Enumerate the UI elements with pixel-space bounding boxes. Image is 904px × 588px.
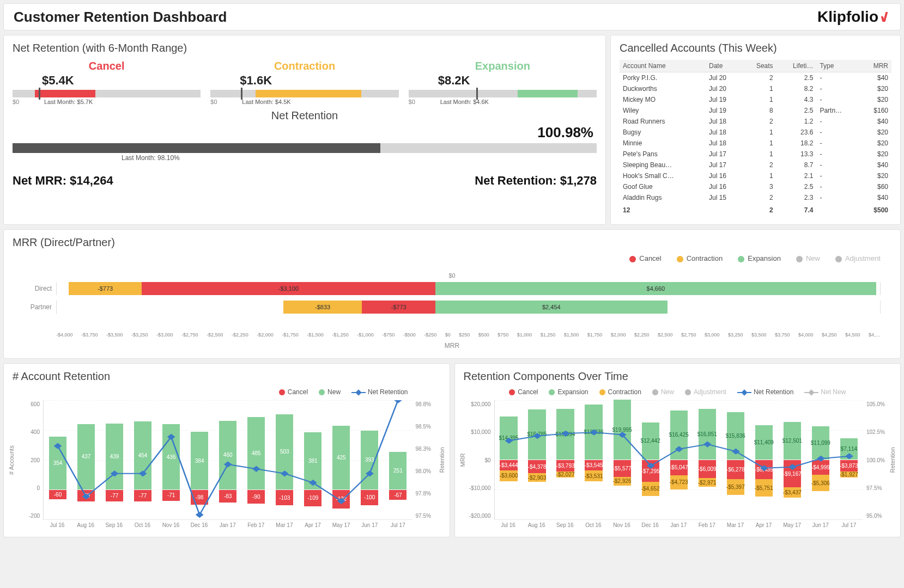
net-retention-subtitle: Net Retention	[13, 109, 597, 122]
bar-group: $15,836-$6,278-$5,397	[723, 400, 748, 519]
bar-group: 393-100	[357, 400, 382, 519]
bar-group: 384-98	[187, 400, 212, 519]
col-header[interactable]: Lifeti…	[776, 60, 817, 72]
bar-group: $19,995-$5,577-$2,926	[610, 400, 635, 519]
klipfolio-tick-icon	[881, 12, 890, 22]
table-row[interactable]: Goof GlueJul 163 2.5- $60	[620, 181, 891, 192]
bar-group: 381-109	[300, 400, 325, 519]
table-row[interactable]: Sleeping Beau…Jul 172 8.7- $40	[620, 160, 891, 170]
bar-group: 503-103	[272, 400, 297, 519]
bullet-last: Last Month: $4.6K	[440, 99, 597, 105]
bar-group: $18,336-$3,545-$3,531	[581, 400, 606, 519]
bullet-value: $1.6K	[240, 74, 398, 88]
panel-title: Net Retention (with 6-Month Range)	[13, 42, 597, 54]
bullet-last: Last Month: $4.5K	[242, 99, 398, 105]
legend-item[interactable]: Net Retention	[737, 388, 793, 396]
bar-group: $12,442-$7,295-$4,652	[638, 400, 663, 519]
table-row[interactable]: Aladdin RugsJul 152 2.3- $40	[620, 192, 891, 203]
bullet-bar	[210, 90, 398, 97]
bar-group: $16,851-$6,009-$2,971	[695, 400, 720, 519]
col-header[interactable]: Account Name	[620, 60, 706, 72]
net-retention-value: 100.98%	[13, 124, 593, 141]
mrr-segment: $2,454	[435, 301, 668, 314]
table-row[interactable]: BugsyJul 181 23.6- $20	[620, 127, 891, 138]
panel-title: Cancelled Accounts (This Week)	[620, 42, 891, 54]
legend-item[interactable]: Cancel	[629, 254, 661, 262]
legend-item[interactable]: Expansion	[549, 388, 588, 396]
col-header[interactable]: MRR	[859, 60, 891, 72]
header: Customer Retention Dashboard Klipfolio	[3, 3, 901, 30]
legend-item[interactable]: Cancel	[279, 388, 308, 396]
bar-group: 425-122	[329, 400, 354, 519]
mrr-direct-partner-panel: MRR (Direct/Partner) CancelContractionEx…	[3, 229, 901, 359]
panel-title: MRR (Direct/Partner)	[13, 236, 891, 249]
mrr-segment: -$3,100	[142, 282, 435, 295]
account-retention-panel: # Account Retention CancelNewNet Retenti…	[3, 363, 450, 537]
bullet-title: Expansion	[409, 60, 597, 72]
legend-item[interactable]: Contraction	[599, 388, 641, 396]
klipfolio-logo: Klipfolio	[817, 8, 890, 26]
legend-item[interactable]: Net Retention	[351, 388, 408, 396]
table-row[interactable]: Mickey MOJul 191 4.3- $20	[620, 94, 891, 105]
bar-group: 251-67	[385, 400, 410, 519]
legend-item[interactable]: New	[652, 388, 674, 396]
mrr-segment: $4,660	[435, 282, 876, 295]
retention-components-chart: MRR $20,000$10,000$0-$10,000-$20,000 $14…	[464, 400, 892, 520]
bar-group: $12,501-$9,167-$3,437	[780, 400, 805, 519]
mrr-zero-label: $0	[13, 272, 891, 279]
cancelled-table: Account NameDateSeatsLifeti…TypeMRR Pork…	[620, 60, 891, 216]
table-row[interactable]: Hook's Small C…Jul 161 2.1- $20	[620, 170, 891, 181]
net-mrr: Net MRR: $14,264	[13, 174, 113, 188]
net-retention-dollars: Net Retention: $1,278	[475, 174, 597, 188]
legend-item[interactable]: Adjustment	[685, 388, 726, 396]
table-row[interactable]: Road RunnersJul 182 1.2- $40	[620, 116, 891, 127]
table-row[interactable]: WileyJul 198 2.5Partn… $160	[620, 105, 891, 116]
bullet-title: Contraction	[210, 60, 398, 72]
col-header[interactable]: Type	[816, 60, 859, 72]
legend-item[interactable]: Adjustment	[835, 254, 881, 262]
net-retention-last: Last Month: 98.10%	[122, 154, 597, 162]
bar-group: $16,994-$3,793-$2,027	[553, 400, 578, 519]
mrr-row: Direct-$773-$3,100$4,660	[56, 281, 881, 296]
bar-group: $7,114-$3,873-$1,927	[836, 400, 861, 519]
table-row[interactable]: DuckworthsJul 201 8.2- $20	[620, 83, 891, 94]
bar-group: 439-77	[102, 400, 127, 519]
bar-group: 437-78	[74, 400, 99, 519]
bar-group: $11,409-$6,435-$5,751	[751, 400, 776, 519]
bar-group: $14,395-$3,444-$3,600	[496, 400, 521, 519]
bar-group: $16,785-$4,378-$2,903	[525, 400, 550, 519]
bar-group: 354-60	[45, 400, 70, 519]
net-retention-bar	[13, 143, 597, 153]
cancelled-accounts-panel: Cancelled Accounts (This Week) Account N…	[610, 35, 901, 225]
bar-group: $16,425-$5,047-$4,723	[666, 400, 691, 519]
mrr-segment: -$773	[69, 282, 142, 295]
legend-item[interactable]: New	[796, 254, 820, 262]
bar-group: $11,099-$4,999-$5,306	[808, 400, 833, 519]
panel-title: Retention Components Over Time	[464, 370, 892, 383]
mrr-x-label: MRR	[13, 342, 891, 350]
table-row[interactable]: Pete's PansJul 171 13.3- $20	[620, 149, 891, 160]
table-row[interactable]: MinnieJul 181 18.2- $20	[620, 138, 891, 149]
legend-item[interactable]: Contraction	[677, 254, 723, 262]
panel-title: # Account Retention	[13, 370, 441, 383]
bullet-bar	[13, 90, 201, 97]
bar-group: 436-71	[159, 400, 184, 519]
bullet-last: Last Month: $5.7K	[44, 99, 201, 105]
retention-components-panel: Retention Components Over Time CancelExp…	[454, 363, 901, 537]
bullet-bar	[409, 90, 597, 97]
page-title: Customer Retention Dashboard	[14, 9, 227, 26]
legend-item[interactable]: New	[319, 388, 341, 396]
table-row[interactable]: Porky P.I.G.Jul 202 2.5- $40	[620, 72, 891, 84]
col-header[interactable]: Seats	[742, 60, 776, 72]
legend-item[interactable]: Cancel	[509, 388, 538, 396]
bar-group: 460-83	[215, 400, 240, 519]
mrr-segment: -$773	[362, 301, 435, 314]
net-retention-panel: Net Retention (with 6-Month Range) Cance…	[3, 35, 606, 225]
legend-item[interactable]: Net New	[804, 388, 846, 396]
bullet-value: $5.4K	[42, 74, 201, 88]
legend-item[interactable]: Expansion	[738, 254, 781, 262]
mrr-row: Partner-$833-$773$2,454	[56, 299, 881, 315]
col-header[interactable]: Date	[706, 60, 742, 72]
account-retention-chart: # Accounts 6004002000-200 354-60437-7843…	[13, 400, 441, 520]
mrr-segment: -$833	[283, 301, 362, 314]
